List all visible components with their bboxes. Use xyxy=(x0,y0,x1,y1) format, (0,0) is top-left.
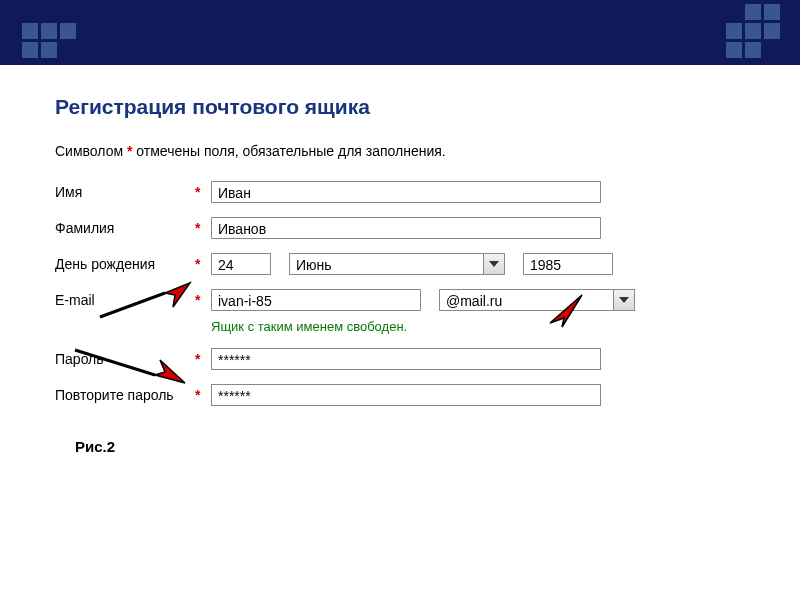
required-mark: * xyxy=(195,351,211,367)
figure-caption: Рис.2 xyxy=(75,438,745,455)
header-band xyxy=(0,0,800,65)
label-first-name: Имя xyxy=(55,184,195,200)
required-mark: * xyxy=(195,387,211,403)
row-password: Пароль * ****** xyxy=(55,348,745,370)
required-mark: * xyxy=(195,256,211,272)
label-email: E-mail xyxy=(55,292,195,308)
chevron-down-icon[interactable] xyxy=(614,289,635,311)
input-password-repeat[interactable]: ****** xyxy=(211,384,601,406)
label-password-repeat: Повторите пароль xyxy=(55,387,195,403)
select-birthday-month[interactable]: Июнь xyxy=(289,253,505,275)
row-last-name: Фамилия * Иванов xyxy=(55,217,745,239)
required-mark: * xyxy=(195,220,211,236)
page-title: Регистрация почтового ящика xyxy=(55,95,745,119)
row-first-name: Имя * Иван xyxy=(55,181,745,203)
input-password[interactable]: ****** xyxy=(211,348,601,370)
email-available-msg: Ящик с таким именем свободен. xyxy=(211,319,745,334)
row-email: E-mail * ivan-i-85 @mail.ru xyxy=(55,289,745,311)
input-birthday-day[interactable]: 24 xyxy=(211,253,271,275)
select-email-domain[interactable]: @mail.ru xyxy=(439,289,635,311)
note-post: отмечены поля, обязательные для заполнен… xyxy=(132,143,445,159)
svg-marker-0 xyxy=(489,261,499,267)
header-decor-left xyxy=(22,4,76,58)
form-container: Регистрация почтового ящика Символом * о… xyxy=(0,65,800,465)
required-note: Символом * отмечены поля, обязательные д… xyxy=(55,143,745,159)
label-password: Пароль xyxy=(55,351,195,367)
chevron-down-icon[interactable] xyxy=(484,253,505,275)
note-pre: Символом xyxy=(55,143,127,159)
input-email-user[interactable]: ivan-i-85 xyxy=(211,289,421,311)
row-birthday: День рождения * 24 Июнь 1985 xyxy=(55,253,745,275)
required-mark: * xyxy=(195,292,211,308)
input-last-name[interactable]: Иванов xyxy=(211,217,601,239)
svg-marker-1 xyxy=(619,297,629,303)
header-decor-right xyxy=(726,4,780,58)
input-first-name[interactable]: Иван xyxy=(211,181,601,203)
required-mark: * xyxy=(195,184,211,200)
select-email-domain-value: @mail.ru xyxy=(439,289,614,311)
label-last-name: Фамилия xyxy=(55,220,195,236)
label-birthday: День рождения xyxy=(55,256,195,272)
row-password-repeat: Повторите пароль * ****** xyxy=(55,384,745,406)
select-birthday-month-value: Июнь xyxy=(289,253,484,275)
input-birthday-year[interactable]: 1985 xyxy=(523,253,613,275)
